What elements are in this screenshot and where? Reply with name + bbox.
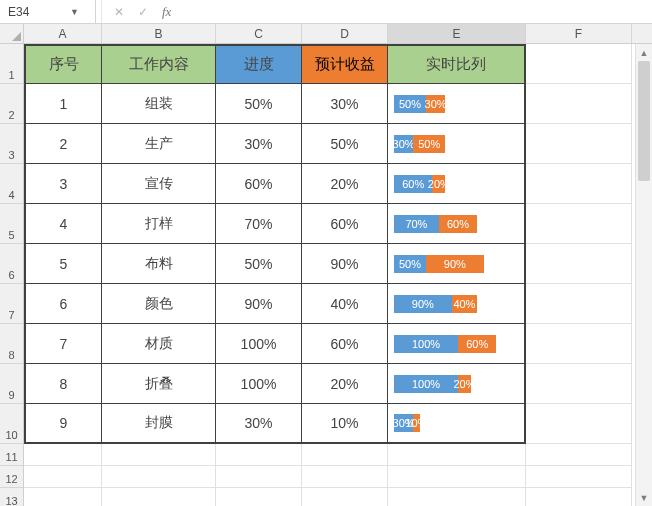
row-header-6[interactable]: 6 xyxy=(0,244,23,284)
cell-D6[interactable]: 90% xyxy=(302,244,388,284)
cell-C9[interactable]: 100% xyxy=(216,364,302,404)
cell-C11[interactable] xyxy=(216,444,302,466)
cell-E2[interactable]: 50%30% xyxy=(388,84,526,124)
col-header-A[interactable]: A xyxy=(24,24,102,43)
cell-D8[interactable]: 60% xyxy=(302,324,388,364)
cell-B13[interactable] xyxy=(102,488,216,506)
cell-A12[interactable] xyxy=(24,466,102,488)
fx-icon[interactable]: fx xyxy=(162,4,171,20)
row-header-8[interactable]: 8 xyxy=(0,324,23,364)
row-header-5[interactable]: 5 xyxy=(0,204,23,244)
cells-area[interactable]: 序号工作内容进度预计收益实时比列1组装50%30%50%30%2生产30%50%… xyxy=(24,44,652,506)
dropdown-icon[interactable]: ▼ xyxy=(66,7,83,17)
cell-A7[interactable]: 6 xyxy=(24,284,102,324)
scroll-up-icon[interactable]: ▲ xyxy=(636,44,652,61)
cell-A13[interactable] xyxy=(24,488,102,506)
col-header-D[interactable]: D xyxy=(302,24,388,43)
cell-A8[interactable]: 7 xyxy=(24,324,102,364)
cell-F1[interactable] xyxy=(526,44,632,84)
cell-D12[interactable] xyxy=(302,466,388,488)
cell-A4[interactable]: 3 xyxy=(24,164,102,204)
row-header-1[interactable]: 1 xyxy=(0,44,23,84)
cell-B6[interactable]: 布料 xyxy=(102,244,216,284)
cell-F12[interactable] xyxy=(526,466,632,488)
cell-F13[interactable] xyxy=(526,488,632,506)
cell-D9[interactable]: 20% xyxy=(302,364,388,404)
cell-E4[interactable]: 60%20% xyxy=(388,164,526,204)
vertical-scrollbar[interactable]: ▲ ▼ xyxy=(635,44,652,506)
cell-D1[interactable]: 预计收益 xyxy=(302,44,388,84)
cell-F3[interactable] xyxy=(526,124,632,164)
cell-A10[interactable]: 9 xyxy=(24,404,102,444)
cell-B4[interactable]: 宣传 xyxy=(102,164,216,204)
cell-B11[interactable] xyxy=(102,444,216,466)
cell-B12[interactable] xyxy=(102,466,216,488)
cell-A1[interactable]: 序号 xyxy=(24,44,102,84)
cell-C4[interactable]: 60% xyxy=(216,164,302,204)
scroll-down-icon[interactable]: ▼ xyxy=(636,489,652,506)
cell-C6[interactable]: 50% xyxy=(216,244,302,284)
cell-F7[interactable] xyxy=(526,284,632,324)
cell-F11[interactable] xyxy=(526,444,632,466)
confirm-icon[interactable]: ✓ xyxy=(138,5,148,19)
col-header-B[interactable]: B xyxy=(102,24,216,43)
cell-D13[interactable] xyxy=(302,488,388,506)
cell-E6[interactable]: 50%90% xyxy=(388,244,526,284)
cell-C13[interactable] xyxy=(216,488,302,506)
scroll-track[interactable] xyxy=(636,61,652,489)
cell-B2[interactable]: 组装 xyxy=(102,84,216,124)
row-header-9[interactable]: 9 xyxy=(0,364,23,404)
col-header-C[interactable]: C xyxy=(216,24,302,43)
cancel-icon[interactable]: ✕ xyxy=(114,5,124,19)
cell-F2[interactable] xyxy=(526,84,632,124)
row-header-10[interactable]: 10 xyxy=(0,404,23,444)
cell-A6[interactable]: 5 xyxy=(24,244,102,284)
cell-F9[interactable] xyxy=(526,364,632,404)
cell-A11[interactable] xyxy=(24,444,102,466)
row-header-11[interactable]: 11 xyxy=(0,444,23,466)
cell-F4[interactable] xyxy=(526,164,632,204)
cell-B5[interactable]: 打样 xyxy=(102,204,216,244)
row-header-12[interactable]: 12 xyxy=(0,466,23,488)
cell-E12[interactable] xyxy=(388,466,526,488)
cell-E3[interactable]: 30%50% xyxy=(388,124,526,164)
cell-E1[interactable]: 实时比列 xyxy=(388,44,526,84)
cell-C10[interactable]: 30% xyxy=(216,404,302,444)
cell-E13[interactable] xyxy=(388,488,526,506)
scroll-thumb[interactable] xyxy=(638,61,650,181)
cell-C8[interactable]: 100% xyxy=(216,324,302,364)
cell-B8[interactable]: 材质 xyxy=(102,324,216,364)
name-box-wrap[interactable]: ▼ xyxy=(0,0,96,23)
cell-D4[interactable]: 20% xyxy=(302,164,388,204)
cell-B10[interactable]: 封膜 xyxy=(102,404,216,444)
cell-F6[interactable] xyxy=(526,244,632,284)
cell-D11[interactable] xyxy=(302,444,388,466)
select-all-corner[interactable] xyxy=(0,24,24,44)
cell-C12[interactable] xyxy=(216,466,302,488)
cell-E5[interactable]: 70%60% xyxy=(388,204,526,244)
row-header-3[interactable]: 3 xyxy=(0,124,23,164)
cell-E7[interactable]: 90%40% xyxy=(388,284,526,324)
cell-C7[interactable]: 90% xyxy=(216,284,302,324)
name-box[interactable] xyxy=(6,4,66,20)
cell-B7[interactable]: 颜色 xyxy=(102,284,216,324)
cell-B1[interactable]: 工作内容 xyxy=(102,44,216,84)
cell-F10[interactable] xyxy=(526,404,632,444)
cell-E10[interactable]: 30%10% xyxy=(388,404,526,444)
cell-C3[interactable]: 30% xyxy=(216,124,302,164)
cell-D3[interactable]: 50% xyxy=(302,124,388,164)
cell-F8[interactable] xyxy=(526,324,632,364)
row-header-4[interactable]: 4 xyxy=(0,164,23,204)
cell-B9[interactable]: 折叠 xyxy=(102,364,216,404)
cell-A3[interactable]: 2 xyxy=(24,124,102,164)
cell-C2[interactable]: 50% xyxy=(216,84,302,124)
cell-F5[interactable] xyxy=(526,204,632,244)
row-header-7[interactable]: 7 xyxy=(0,284,23,324)
cell-E9[interactable]: 100%20% xyxy=(388,364,526,404)
row-header-2[interactable]: 2 xyxy=(0,84,23,124)
col-header-E[interactable]: E xyxy=(388,24,526,43)
cell-C5[interactable]: 70% xyxy=(216,204,302,244)
cell-E11[interactable] xyxy=(388,444,526,466)
cell-A5[interactable]: 4 xyxy=(24,204,102,244)
cell-A2[interactable]: 1 xyxy=(24,84,102,124)
